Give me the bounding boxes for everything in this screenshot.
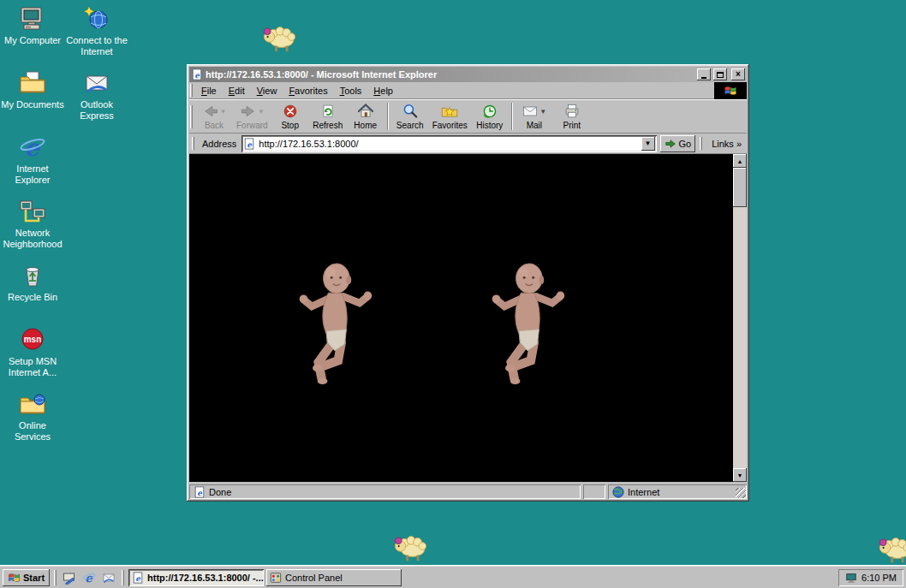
mail-dropdown-icon[interactable]: ▼	[539, 108, 546, 116]
status-page-icon	[194, 486, 206, 498]
taskbar-grip[interactable]	[122, 570, 124, 585]
ie-throbber-logo	[714, 82, 747, 99]
menu-tools[interactable]: Tools	[334, 84, 368, 98]
internet-explorer-icon	[19, 134, 46, 161]
links-bar[interactable]: Links »	[708, 139, 745, 149]
desktop-icon-network-neighborhood[interactable]: Network Neighborhood	[1, 198, 64, 249]
sheep-sprite[interactable]	[392, 532, 428, 562]
mail-button[interactable]: ▼ Mail	[516, 101, 553, 132]
home-button[interactable]: Home	[347, 101, 384, 132]
network-neighborhood-icon	[19, 198, 46, 225]
desktop-icon-outlook-express[interactable]: Outlook Express	[65, 69, 128, 121]
status-bar: Done Internet	[189, 482, 747, 499]
close-button[interactable]: ×	[731, 68, 745, 80]
go-button[interactable]: Go	[660, 135, 696, 152]
launch-outlook-express-icon[interactable]	[100, 569, 117, 586]
minimize-button[interactable]	[697, 68, 711, 80]
links-label: Links	[712, 139, 734, 149]
back-button[interactable]: ▼ Back	[195, 101, 233, 132]
menu-help[interactable]: Help	[367, 84, 399, 98]
address-page-icon	[243, 138, 255, 150]
refresh-label: Refresh	[313, 121, 343, 130]
links-grip[interactable]	[700, 137, 702, 149]
start-button[interactable]: Start	[3, 569, 50, 586]
address-dropdown-icon[interactable]: ▼	[641, 137, 655, 151]
task-button-ie[interactable]: http://172.16.53.1:8000/ -...	[128, 569, 264, 586]
mail-label: Mail	[527, 121, 542, 130]
desktop-icon-online-services[interactable]: Online Services	[1, 390, 64, 442]
address-input[interactable]: http://172.16.53.1:8000/ ▼	[241, 135, 656, 152]
desktop-icon-my-documents[interactable]: My Documents	[1, 69, 64, 110]
scroll-down-icon[interactable]: ▼	[733, 468, 747, 482]
status-text: Done	[209, 487, 231, 497]
go-label: Go	[679, 139, 692, 149]
desktop-icon-label: Setup MSN Internet A...	[1, 356, 64, 377]
toolbar-grip[interactable]	[190, 105, 193, 128]
desktop-icon-label: My Computer	[4, 35, 61, 46]
scroll-thumb[interactable]	[733, 168, 747, 207]
print-button[interactable]: Print	[553, 101, 591, 132]
desktop-icon-setup-msn[interactable]: Setup MSN Internet A...	[1, 326, 64, 377]
tray-icon[interactable]	[845, 572, 857, 584]
menu-file[interactable]: File	[195, 84, 223, 98]
status-progress-pane	[583, 484, 605, 499]
desktop-icon-label: Internet Explorer	[1, 163, 64, 185]
refresh-button[interactable]: Refresh	[309, 101, 347, 132]
desktop-icon-connect-internet[interactable]: Connect to the Internet	[65, 5, 128, 56]
back-label: Back	[205, 121, 224, 130]
online-services-icon	[19, 390, 46, 418]
recycle-bin-icon	[19, 262, 46, 289]
ie-page-icon	[191, 68, 203, 80]
title-bar[interactable]: http://172.16.53.1:8000/ - Microsoft Int…	[189, 67, 747, 82]
control-panel-icon	[270, 572, 282, 584]
maximize-button[interactable]	[713, 68, 727, 80]
menubar-grip[interactable]	[190, 84, 193, 96]
menu-view[interactable]: View	[251, 84, 283, 98]
links-chevron-icon[interactable]: »	[736, 139, 742, 149]
scroll-track[interactable]	[733, 168, 747, 468]
menu-bar: File Edit View Favorites Tools Help	[189, 82, 747, 99]
print-label: Print	[563, 121, 581, 130]
menu-edit[interactable]: Edit	[223, 84, 251, 98]
desktop: e msn	[0, 0, 906, 588]
launch-internet-explorer-icon[interactable]	[80, 569, 98, 586]
internet-globe-icon	[612, 486, 624, 498]
outlook-express-icon	[83, 69, 110, 97]
desktop-icon-internet-explorer[interactable]: Internet Explorer	[1, 134, 64, 185]
browser-content: ▲ ▼	[189, 154, 747, 482]
resize-grip[interactable]	[736, 488, 746, 498]
menu-favorites[interactable]: Favorites	[283, 84, 333, 98]
status-zone-pane: Internet	[608, 484, 747, 499]
history-button[interactable]: History	[471, 101, 509, 132]
favorites-button[interactable]: Favorites	[429, 101, 471, 132]
desktop-icon-recycle-bin[interactable]: Recycle Bin	[1, 262, 64, 303]
address-value: http://172.16.53.1:8000/	[259, 139, 358, 149]
go-arrow-icon	[665, 139, 677, 149]
desktop-icon-label: Connect to the Internet	[65, 35, 128, 56]
desktop-icon-label: Network Neighborhood	[1, 228, 64, 249]
forward-button[interactable]: ▼ Forward	[233, 101, 271, 132]
back-dropdown-icon[interactable]: ▼	[220, 108, 227, 116]
dancing-baby	[294, 257, 376, 392]
zone-text: Internet	[628, 487, 659, 497]
desktop-icon-label: Recycle Bin	[8, 292, 57, 303]
forward-dropdown-icon[interactable]: ▼	[258, 108, 265, 116]
sheep-sprite[interactable]	[261, 22, 297, 53]
task-button-control-panel[interactable]: Control Panel	[266, 569, 402, 586]
task-label: Control Panel	[285, 573, 343, 583]
ie-window: http://172.16.53.1:8000/ - Microsoft Int…	[187, 64, 749, 502]
desktop-icon-my-computer[interactable]: My Computer	[1, 5, 64, 46]
stop-button[interactable]: Stop	[271, 101, 309, 132]
start-label: Start	[23, 573, 45, 583]
scroll-up-icon[interactable]: ▲	[733, 154, 747, 168]
show-desktop-icon[interactable]	[61, 569, 78, 586]
stop-label: Stop	[281, 121, 299, 130]
web-page[interactable]	[189, 154, 733, 482]
sheep-sprite[interactable]	[877, 533, 906, 564]
taskbar-grip[interactable]	[54, 570, 57, 585]
address-label: Address	[200, 139, 238, 149]
addressbar-grip[interactable]	[192, 137, 194, 149]
forward-label: Forward	[236, 121, 268, 130]
search-button[interactable]: Search	[391, 101, 429, 132]
vertical-scrollbar[interactable]: ▲ ▼	[733, 154, 747, 482]
